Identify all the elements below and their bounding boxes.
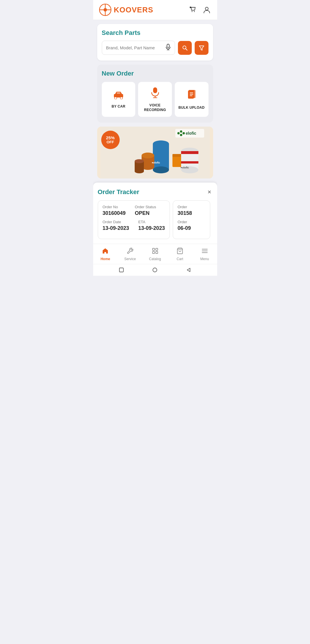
svg-line-14	[185, 48, 187, 50]
svg-rect-10	[167, 44, 169, 48]
nav-service[interactable]: Service	[121, 246, 139, 262]
svg-point-7	[191, 11, 192, 12]
svg-rect-54	[153, 248, 155, 250]
by-car-option[interactable]: BY CAR	[102, 82, 136, 117]
nav-menu-label: Menu	[200, 257, 209, 261]
svg-point-18	[120, 97, 123, 99]
close-button[interactable]: ×	[206, 188, 213, 196]
svg-rect-20	[153, 87, 157, 93]
nav-cart[interactable]: Cart	[171, 246, 189, 262]
tracker-title: Order Tracker	[98, 188, 139, 196]
svg-point-63	[153, 268, 157, 272]
svg-point-49	[180, 134, 182, 136]
android-square-btn[interactable]	[119, 267, 124, 273]
bottom-nav: Home Service Catalog	[93, 244, 217, 264]
order-card-1[interactable]: Order No 30160049 Order Status OPEN Orde…	[98, 200, 170, 239]
bulk-upload-label: BULK UPLOAD	[179, 106, 205, 110]
cart-icon[interactable]	[188, 5, 198, 14]
new-order-title: New Order	[102, 70, 208, 77]
order-date-label-2: Order	[178, 220, 205, 224]
voice-mic-icon	[151, 87, 160, 100]
svg-rect-19	[117, 92, 120, 94]
logo-icon	[99, 3, 112, 16]
svg-point-48	[180, 130, 182, 133]
svg-rect-57	[156, 251, 158, 254]
order-no-value: 30160049	[103, 210, 126, 216]
order-card-2[interactable]: Order 30158 Order 06-09	[173, 200, 210, 239]
logo-container: KOOVERS	[99, 3, 153, 16]
nav-cart-label: Cart	[177, 257, 183, 261]
car-icon	[113, 90, 124, 102]
app-header: KOOVERS	[93, 0, 217, 20]
svg-point-45	[135, 159, 144, 163]
search-input[interactable]	[106, 45, 166, 50]
voice-recording-label: VOICERECORDING	[144, 103, 166, 112]
upload-icon	[187, 89, 196, 103]
order-options: BY CAR VOICERECORDING	[102, 82, 208, 117]
search-title: Search Parts	[102, 29, 208, 37]
home-icon	[102, 247, 109, 256]
new-order-section: New Order BY CAR	[97, 65, 213, 123]
order-no-label: Order No	[103, 205, 126, 209]
eta-value: 13-09-2023	[138, 225, 165, 231]
profile-icon[interactable]	[202, 5, 211, 14]
svg-rect-56	[153, 251, 155, 254]
nav-service-label: Service	[124, 257, 136, 261]
by-car-label: BY CAR	[112, 104, 125, 109]
order-cards-row: Order No 30160049 Order Status OPEN Orde…	[98, 200, 213, 239]
search-button[interactable]	[178, 41, 192, 55]
svg-point-50	[183, 132, 185, 134]
menu-icon	[201, 247, 208, 256]
order-date-value-2: 06-09	[178, 225, 205, 231]
svg-point-47	[177, 132, 180, 134]
search-section: Search Parts	[97, 24, 213, 61]
android-circle-btn[interactable]	[152, 267, 158, 273]
banner-section[interactable]: 25% OFF elofic ●elofic	[97, 127, 213, 179]
order-status-value: OPEN	[135, 210, 156, 216]
eta-label: ETA	[138, 220, 165, 224]
tracker-header: Order Tracker ×	[98, 188, 213, 196]
bulk-upload-option[interactable]: BULK UPLOAD	[175, 82, 208, 117]
svg-text:●elofic: ●elofic	[181, 166, 189, 169]
svg-marker-15	[199, 46, 204, 50]
svg-rect-31	[153, 144, 169, 170]
service-icon	[127, 247, 134, 256]
nav-menu[interactable]: Menu	[196, 246, 213, 262]
order-no-label-2: Order	[178, 205, 205, 209]
cart-nav-icon	[176, 247, 183, 256]
svg-rect-41	[181, 161, 198, 164]
order-status-label: Order Status	[135, 205, 156, 209]
svg-rect-55	[156, 248, 158, 250]
svg-point-9	[205, 7, 208, 10]
android-nav	[93, 264, 217, 276]
nav-home[interactable]: Home	[97, 246, 114, 262]
nav-catalog[interactable]: Catalog	[146, 246, 164, 262]
svg-point-32	[153, 166, 169, 173]
svg-text:elofic: elofic	[186, 131, 196, 136]
search-row	[102, 41, 208, 55]
svg-point-37	[142, 153, 154, 158]
order-date-label: Order Date	[103, 220, 129, 224]
order-no-value-2: 30158	[178, 210, 205, 216]
svg-point-8	[194, 11, 195, 12]
svg-point-17	[114, 97, 117, 99]
voice-recording-option[interactable]: VOICERECORDING	[138, 82, 172, 117]
filter-button[interactable]	[195, 41, 208, 55]
nav-home-label: Home	[101, 257, 110, 261]
svg-marker-64	[187, 268, 190, 272]
mic-icon[interactable]	[166, 44, 171, 52]
banner-discount-badge: 25% OFF	[101, 131, 120, 149]
nav-catalog-label: Catalog	[149, 257, 161, 261]
android-back-btn[interactable]	[186, 267, 191, 273]
search-input-container	[102, 41, 175, 55]
order-tracker-section: Order Tracker × Order No 30160049 Order …	[93, 183, 217, 244]
header-icons	[188, 5, 211, 14]
svg-rect-62	[119, 268, 123, 272]
order-date-value: 13-09-2023	[103, 225, 129, 231]
svg-rect-40	[181, 151, 198, 154]
catalog-icon	[152, 247, 159, 256]
svg-point-1	[104, 8, 107, 12]
logo-text: KOOVERS	[114, 5, 153, 14]
svg-text:●elofic: ●elofic	[152, 161, 160, 164]
